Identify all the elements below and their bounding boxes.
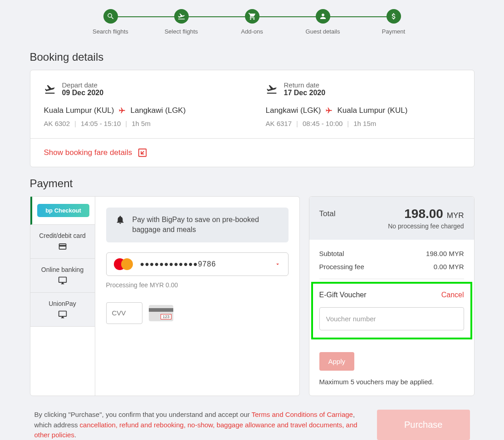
takeoff-icon [266, 83, 278, 95]
step-circle [174, 9, 189, 24]
terms-link[interactable]: Terms and Conditions of Carriage [251, 411, 352, 418]
total-value: 198.00 MYR [404, 207, 464, 221]
show-fare-details-link[interactable]: Show booking fare details [44, 148, 460, 158]
return-time: 08:45 - 10:00 [303, 120, 343, 127]
cart-icon [248, 12, 256, 20]
step-circle [245, 9, 259, 24]
terms-text: By clicking "Purchase", you confirm that… [34, 410, 364, 440]
takeoff-icon [44, 83, 56, 95]
processing-fee-note: Processing fee MYR 0.00 [106, 281, 289, 289]
payment-method-label: UnionPay [34, 300, 91, 307]
voucher-number-input[interactable] [319, 307, 464, 330]
processing-fee-label: Processing fee [319, 263, 364, 271]
payment-title: Payment [30, 177, 475, 190]
card-number-masked: ●●●●●●●●●●●●9786 [140, 260, 267, 268]
fare-details-label: Show booking fare details [44, 148, 132, 157]
depart-time: 14:05 - 15:10 [81, 120, 121, 127]
depart-to: Langkawi (LGK) [130, 106, 186, 115]
step-circle [387, 9, 401, 24]
cvv-input[interactable] [106, 302, 142, 324]
payment-method-unionpay[interactable]: UnionPay [30, 293, 95, 327]
subtotal-label: Subtotal [319, 250, 344, 257]
plane-icon [325, 107, 333, 114]
cvv-card-illustration-icon [149, 305, 173, 321]
bigpay-logo: bp Checkout [37, 204, 89, 217]
processing-fee-value: 0.00 MYR [434, 263, 464, 271]
search-icon [107, 12, 115, 20]
plane-icon [118, 107, 126, 114]
booking-details-title: Booking details [30, 51, 475, 63]
bigpay-info-banner: Pay with BigPay to save on pre-booked ba… [106, 208, 289, 242]
subtotal-value: 198.00 MYR [426, 250, 464, 257]
apply-voucher-button[interactable]: Apply [319, 352, 355, 371]
desktop-icon [57, 310, 69, 319]
return-date-value: 17 Dec 2020 [284, 89, 326, 97]
return-column: Return date 17 Dec 2020 Langkawi (LGK) K… [266, 81, 460, 127]
no-fee-note: No processing fee charged [319, 222, 464, 230]
step-circle [316, 9, 330, 24]
takeoff-icon [177, 12, 186, 20]
return-duration: 1h 15m [353, 120, 376, 127]
payment-method-credit[interactable]: Credit/debit card [30, 225, 95, 259]
mastercard-logo-icon [114, 258, 133, 270]
depart-flight-no: AK 6302 [44, 120, 70, 127]
step-payment[interactable]: Payment [358, 9, 429, 35]
voucher-title: E-Gift Voucher [319, 291, 367, 299]
purchase-button[interactable]: Purchase [377, 410, 470, 440]
payment-method-sidebar: bp Checkout Credit/debit card Online ban… [30, 197, 95, 396]
person-icon [319, 12, 327, 20]
progress-stepper: Search flights Select flights Add-ons Gu… [30, 9, 475, 35]
credit-card-icon [57, 242, 69, 251]
voucher-section-highlighted: E-Gift Voucher Cancel [311, 282, 472, 339]
step-label: Add-ons [241, 28, 263, 35]
voucher-max-note: Maximum 5 vouchers may be applied. [319, 378, 464, 386]
return-to: Kuala Lumpur (KUL) [337, 106, 407, 115]
total-label: Total [319, 209, 336, 218]
expand-icon [137, 148, 147, 158]
voucher-cancel-link[interactable]: Cancel [441, 291, 464, 299]
return-date-label: Return date [284, 81, 326, 89]
desktop-icon [57, 276, 69, 285]
depart-from: Kuala Lumpur (KUL) [44, 106, 114, 115]
step-label: Guest details [306, 28, 340, 35]
booking-details-card: Depart date 09 Dec 2020 Kuala Lumpur (KU… [30, 70, 475, 167]
step-label: Payment [382, 28, 405, 35]
chevron-down-icon [274, 261, 281, 267]
depart-date-label: Depart date [62, 81, 104, 89]
step-search-flights[interactable]: Search flights [75, 9, 146, 35]
payment-method-online-banking[interactable]: Online banking [30, 259, 95, 293]
payment-panel: bp Checkout Credit/debit card Online ban… [30, 196, 300, 396]
depart-column: Depart date 09 Dec 2020 Kuala Lumpur (KU… [44, 81, 239, 127]
payment-method-label: Online banking [34, 266, 91, 273]
step-addons[interactable]: Add-ons [217, 9, 288, 35]
card-selector-dropdown[interactable]: ●●●●●●●●●●●●9786 [106, 252, 289, 276]
step-label: Select flights [165, 28, 198, 35]
bigpay-banner-text: Pay with BigPay to save on pre-booked ba… [132, 215, 279, 235]
depart-duration: 1h 5m [132, 120, 151, 127]
payment-method-bigpay[interactable]: bp Checkout [30, 197, 95, 225]
dollar-icon [390, 12, 398, 20]
order-summary: Total 198.00 MYR No processing fee charg… [309, 196, 475, 396]
return-flight-no: AK 6317 [266, 120, 292, 127]
step-circle [103, 9, 118, 24]
depart-date-value: 09 Dec 2020 [62, 89, 104, 97]
bell-icon [115, 215, 125, 225]
step-select-flights[interactable]: Select flights [146, 9, 217, 35]
payment-method-label: Credit/debit card [34, 232, 91, 239]
step-guest-details[interactable]: Guest details [288, 9, 358, 35]
step-label: Search flights [93, 28, 128, 35]
policies-link[interactable]: cancellation, refund and rebooking, no-s… [34, 421, 357, 439]
return-from: Langkawi (LGK) [266, 106, 321, 115]
